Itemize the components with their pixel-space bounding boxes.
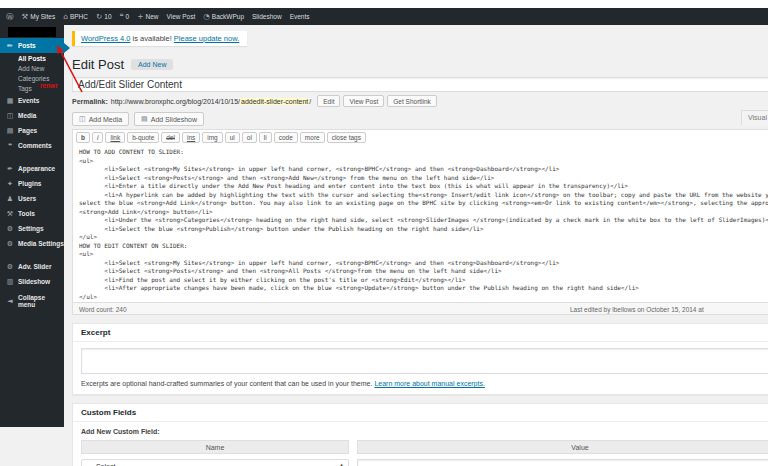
sidebar-item-icon: ▥ bbox=[6, 278, 14, 286]
quicktag-button[interactable]: ins bbox=[182, 132, 200, 143]
quicktag-button[interactable]: i bbox=[92, 132, 103, 143]
quicktag-button[interactable]: ul bbox=[225, 132, 240, 143]
custom-fields-panel-title[interactable]: Custom Fields bbox=[73, 404, 768, 422]
admin-bar-item[interactable]: ◔ BackWPup bbox=[203, 13, 244, 21]
update-notice: WordPress 4.0 is available! Please updat… bbox=[72, 31, 247, 46]
admin-bar-item-label: My Sites bbox=[30, 13, 55, 20]
permalink-button[interactable]: View Post bbox=[343, 95, 384, 107]
quicktag-button[interactable]: li bbox=[259, 132, 272, 143]
sidebar-item[interactable]: ◫ Media bbox=[0, 108, 64, 123]
sidebar-item-icon: ❝ bbox=[6, 142, 14, 150]
update-notice-text: is available! bbox=[130, 34, 173, 43]
sidebar-item[interactable]: ⚙ Settings bbox=[0, 221, 64, 236]
sidebar-item-label: Settings bbox=[18, 225, 44, 232]
admin-bar-item-label: BPHC bbox=[70, 13, 88, 20]
sidebar-item[interactable]: ♟ Users bbox=[0, 191, 64, 206]
update-now-link[interactable]: Please update now. bbox=[174, 34, 239, 43]
sidebar-item-label: Pages bbox=[18, 127, 37, 134]
admin-bar-item[interactable]: ⚒ My Sites bbox=[22, 13, 56, 21]
post-content-textarea[interactable]: HOW TO ADD CONTENT TO SLIDER: <ul> <li>S… bbox=[73, 145, 768, 302]
sidebar-item[interactable]: ✏ Posts bbox=[0, 38, 64, 53]
sidebar-item-label: Media Settings bbox=[18, 240, 64, 247]
wordpress-version-link[interactable]: WordPress 4.0 bbox=[81, 34, 130, 43]
editor-line: HOW TO EDIT CONTENT ON SLIDER: bbox=[79, 242, 768, 251]
editor-line: </ul> bbox=[79, 293, 768, 302]
sidebar-item[interactable]: Categories bbox=[0, 73, 64, 83]
quicktag-button[interactable]: ol bbox=[242, 132, 257, 143]
editor-line: <li>After appropriate changes have been … bbox=[79, 284, 768, 293]
media-icon: ◫ bbox=[79, 115, 86, 123]
admin-bar-item[interactable]: ↻ 10 bbox=[96, 13, 112, 21]
quicktag-button[interactable]: close tags bbox=[327, 132, 366, 143]
permalink-button[interactable]: Edit bbox=[317, 95, 340, 107]
quicktag-button[interactable]: more bbox=[300, 132, 325, 143]
excerpt-panel-title[interactable]: Excerpt bbox=[73, 324, 768, 342]
sidebar-item-icon: ✒ bbox=[6, 165, 14, 173]
sidebar-item-label: Collapse menu bbox=[18, 294, 64, 308]
sidebar-item-icon: ◫ bbox=[6, 112, 14, 120]
admin-bar-item-icon: ⚒ bbox=[22, 13, 29, 21]
permalink-label: Permalink: bbox=[72, 98, 108, 105]
add-slideshow-button[interactable]: ▤ Add Slideshow bbox=[134, 112, 204, 126]
sidebar-item[interactable]: ❝ Comments bbox=[0, 138, 64, 153]
custom-field-value-textarea[interactable] bbox=[357, 459, 768, 466]
sidebar-item[interactable]: Tags bbox=[0, 83, 64, 93]
quicktag-button[interactable]: img bbox=[202, 132, 222, 143]
sidebar-item[interactable] bbox=[0, 251, 64, 259]
sidebar-item-label: Tools bbox=[18, 210, 35, 217]
sidebar-item[interactable]: ⚙ Adv. Slider bbox=[0, 259, 64, 274]
sidebar-item-label: Slideshow bbox=[18, 278, 50, 285]
quicktag-button[interactable]: code bbox=[274, 132, 298, 143]
admin-bar-item[interactable]: Events bbox=[290, 13, 310, 20]
quicktag-button[interactable]: del bbox=[161, 132, 180, 143]
permalink-button[interactable]: Get Shortlink bbox=[387, 95, 437, 107]
editor-line: select the blue <strong>Add Link</strong… bbox=[79, 199, 768, 208]
custom-field-row: — Select — ▲▼ Enter new bbox=[81, 459, 768, 466]
add-media-button[interactable]: ◫ Add Media bbox=[72, 112, 129, 126]
editor-line: <li>Select <strong>Posts</strong> and th… bbox=[79, 174, 768, 183]
main-content: WordPress 4.0 is available! Please updat… bbox=[72, 27, 768, 466]
admin-bar-item[interactable]: Slideshow bbox=[252, 13, 282, 20]
excerpt-textarea[interactable] bbox=[81, 348, 768, 374]
sidebar-item[interactable]: ✦ Plugins bbox=[0, 176, 64, 191]
sidebar-item[interactable]: ▤ Pages bbox=[0, 123, 64, 138]
manual-excerpts-link[interactable]: Learn more about manual excerpts. bbox=[374, 380, 485, 387]
post-title-input[interactable]: Add/Edit Slider Content bbox=[72, 77, 768, 92]
sidebar-item[interactable]: ◄ Collapse menu bbox=[0, 293, 64, 308]
editor-line: <li>Select the blue <strong>Publish</str… bbox=[79, 225, 768, 234]
quicktag-button[interactable]: link bbox=[105, 132, 125, 143]
admin-bar-item[interactable]: ❝ 0 bbox=[120, 13, 130, 21]
sidebar-item[interactable]: All Posts bbox=[0, 53, 64, 63]
add-custom-field-label: Add New Custom Field: bbox=[81, 428, 768, 435]
sidebar-item[interactable]: ▦ Events bbox=[0, 93, 64, 108]
permalink-row: Permalink: http://www.bronxphc.org/blog/… bbox=[72, 95, 768, 107]
sidebar-item-label: Categories bbox=[18, 75, 49, 82]
sidebar-item-icon: ▦ bbox=[6, 97, 14, 105]
admin-bar-item[interactable]: + New bbox=[137, 13, 158, 21]
editor-line: <li>Under the <strong>Categories</strong… bbox=[79, 216, 768, 225]
admin-bar: Ⓦ ⚒ My Sites ⌂ BPHC ↻ 10 ❝ 0 + New View … bbox=[0, 8, 768, 25]
admin-bar-item[interactable]: View Post bbox=[167, 13, 196, 20]
sidebar-item[interactable]: ▥ Slideshow bbox=[0, 274, 64, 289]
quicktag-button[interactable]: b-quote bbox=[127, 132, 159, 143]
sidebar-item-label: All Posts bbox=[18, 55, 46, 62]
editor-line: <li>Find the post and select it by eithe… bbox=[79, 276, 768, 285]
sidebar-item[interactable]: ✒ Appearance bbox=[0, 161, 64, 176]
editor-status-bar: Word count: 240 Last edited by lbellows … bbox=[73, 302, 768, 314]
sidebar-item-label: Plugins bbox=[18, 180, 41, 187]
admin-bar-item-icon: ↻ bbox=[96, 13, 102, 21]
admin-bar-item-icon: ⌂ bbox=[63, 13, 68, 21]
editor-line: <ul> bbox=[79, 157, 768, 166]
sidebar-item[interactable]: ⚒ Tools bbox=[0, 206, 64, 221]
quicktag-button[interactable]: b bbox=[76, 132, 90, 143]
custom-field-select[interactable]: — Select — ▲▼ bbox=[81, 459, 349, 466]
admin-bar-item[interactable]: Ⓦ bbox=[6, 13, 14, 21]
custom-fields-table: Name Value — Select — ▲▼ Enter new bbox=[81, 440, 768, 466]
visual-tab[interactable]: Visual bbox=[741, 110, 768, 125]
sidebar-item[interactable]: ⚙ Media Settings bbox=[0, 236, 64, 251]
sidebar-item[interactable]: Add New bbox=[0, 63, 64, 73]
sidebar-item[interactable] bbox=[0, 153, 64, 161]
add-new-button[interactable]: Add New bbox=[131, 59, 173, 70]
admin-bar-item[interactable]: ⌂ BPHC bbox=[63, 13, 88, 21]
browser-white-strip bbox=[0, 0, 768, 8]
